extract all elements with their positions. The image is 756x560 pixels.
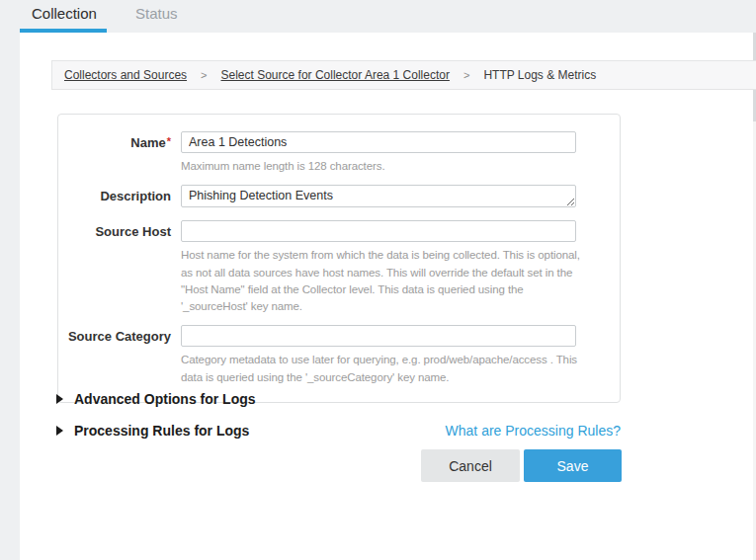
source-config-card: Name* Maximum name length is 128 charact… xyxy=(57,114,621,403)
name-input[interactable] xyxy=(181,131,576,153)
breadcrumb-current-page: HTTP Logs & Metrics xyxy=(483,68,596,82)
required-asterisk: * xyxy=(167,135,171,147)
description-field-row: Description Phishing Detection Events xyxy=(58,185,620,211)
breadcrumb-separator-icon: > xyxy=(463,69,469,81)
what-are-processing-rules-link[interactable]: What are Processing Rules? xyxy=(57,423,621,439)
description-textarea[interactable]: Phishing Detection Events xyxy=(181,185,576,207)
advanced-options-toggle[interactable]: Advanced Options for Logs xyxy=(56,391,621,407)
breadcrumb-link-collectors-and-sources[interactable]: Collectors and Sources xyxy=(64,68,187,82)
name-label: Name* xyxy=(58,131,171,151)
cancel-button[interactable]: Cancel xyxy=(421,449,520,482)
source-host-field-row: Source Host xyxy=(58,220,620,242)
source-category-help-text: Category metadata to use later for query… xyxy=(181,352,580,386)
breadcrumb: Collectors and Sources > Select Source f… xyxy=(51,60,756,90)
breadcrumb-separator-icon: > xyxy=(201,69,207,81)
tab-collection[interactable]: Collection xyxy=(32,5,97,22)
breadcrumb-link-select-source[interactable]: Select Source for Collector Area 1 Colle… xyxy=(221,68,450,82)
action-button-row: Cancel Save xyxy=(57,449,622,482)
source-category-label: Source Category xyxy=(58,325,171,345)
advanced-options-label: Advanced Options for Logs xyxy=(74,391,256,407)
name-field-row: Name* xyxy=(58,131,620,153)
source-host-help-text: Host name for the system from which the … xyxy=(181,247,580,315)
source-host-input[interactable] xyxy=(181,220,576,242)
expand-triangle-icon xyxy=(56,394,63,404)
name-help-text: Maximum name length is 128 characters. xyxy=(181,158,580,175)
save-button[interactable]: Save xyxy=(524,449,622,482)
tab-status[interactable]: Status xyxy=(135,5,178,22)
source-category-input[interactable] xyxy=(181,325,576,347)
name-label-text: Name xyxy=(130,135,165,150)
source-category-field-row: Source Category xyxy=(58,325,620,347)
source-host-label: Source Host xyxy=(58,220,171,240)
tab-bar: Collection Status xyxy=(0,0,756,33)
description-label: Description xyxy=(58,185,171,204)
